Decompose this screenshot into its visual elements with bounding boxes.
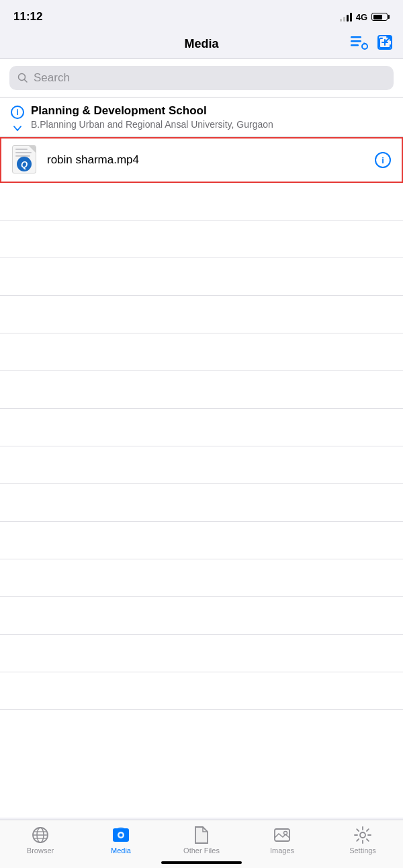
browser-icon xyxy=(31,826,50,844)
tab-browser-label: Browser xyxy=(27,846,54,855)
empty-row xyxy=(0,371,403,409)
empty-row xyxy=(0,672,403,710)
status-icons: 4G xyxy=(340,12,390,22)
tab-images-label: Images xyxy=(270,846,294,855)
tab-settings[interactable]: Settings xyxy=(322,826,403,855)
search-icon xyxy=(17,73,28,83)
section-header: i Planning & Development School B.Planni… xyxy=(0,97,403,137)
search-bar[interactable]: Search xyxy=(9,66,394,90)
images-icon xyxy=(273,826,292,844)
info-icon-section[interactable]: i xyxy=(11,106,24,119)
empty-row xyxy=(0,522,403,559)
nav-actions xyxy=(351,35,392,54)
tab-other-files-label: Other Files xyxy=(183,846,220,855)
battery-icon xyxy=(371,13,390,21)
tab-other-files[interactable]: Other Files xyxy=(161,826,242,855)
section-subtitle: B.Planning Urban and Regional Ansal Univ… xyxy=(31,119,273,130)
svg-rect-0 xyxy=(351,36,361,38)
media-icon xyxy=(111,826,130,844)
status-time: 11:12 xyxy=(13,10,42,24)
file-item[interactable]: Q robin sharma.mp4 i xyxy=(0,137,403,183)
empty-space xyxy=(0,710,403,818)
empty-row xyxy=(0,635,403,672)
search-placeholder: Search xyxy=(34,71,70,85)
svg-point-3 xyxy=(362,44,367,49)
other-files-icon xyxy=(192,826,211,844)
svg-point-15 xyxy=(284,832,287,835)
file-name: robin sharma.mp4 xyxy=(47,153,375,167)
tab-media-label: Media xyxy=(111,846,131,855)
empty-row xyxy=(0,183,403,221)
empty-row xyxy=(0,446,403,484)
tab-settings-label: Settings xyxy=(349,846,376,855)
nav-title: Media xyxy=(184,37,218,51)
tab-media[interactable]: Media xyxy=(81,826,161,855)
network-label: 4G xyxy=(356,12,367,22)
empty-row xyxy=(0,597,403,635)
tab-browser[interactable]: Browser xyxy=(0,826,81,855)
home-indicator xyxy=(161,861,242,864)
search-container: Search xyxy=(0,59,403,97)
content-area xyxy=(0,183,403,818)
svg-rect-2 xyxy=(351,44,359,46)
svg-point-13 xyxy=(120,834,123,837)
empty-row xyxy=(0,333,403,371)
empty-row xyxy=(0,409,403,446)
empty-row xyxy=(0,484,403,522)
empty-row xyxy=(0,559,403,597)
tab-images[interactable]: Images xyxy=(242,826,322,855)
compose-icon[interactable] xyxy=(377,35,392,54)
empty-row xyxy=(0,221,403,258)
section-title: Planning & Development School xyxy=(31,104,273,118)
empty-row xyxy=(0,296,403,333)
nav-bar: Media xyxy=(0,30,403,59)
file-info-button[interactable]: i xyxy=(375,152,391,168)
playlist-icon[interactable] xyxy=(351,35,368,54)
status-bar: 11:12 4G xyxy=(0,0,403,30)
chevron-down-icon xyxy=(13,122,21,134)
svg-rect-1 xyxy=(351,40,361,42)
settings-icon xyxy=(353,826,372,844)
file-icon: Q xyxy=(12,145,39,175)
svg-point-16 xyxy=(360,832,365,838)
empty-row xyxy=(0,258,403,296)
signal-icon xyxy=(340,12,352,22)
